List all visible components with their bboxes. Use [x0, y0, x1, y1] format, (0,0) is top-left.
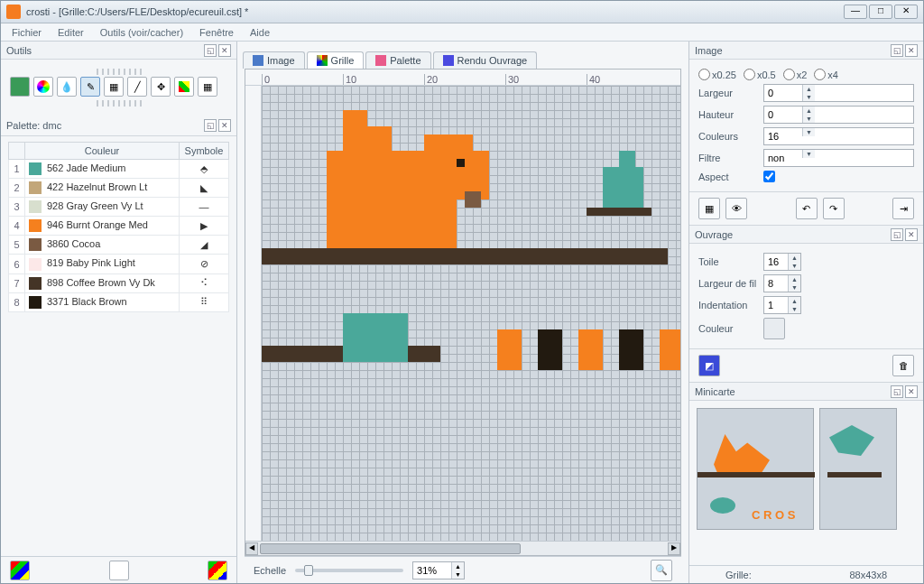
eyedropper-tool[interactable]: 💧 — [57, 77, 77, 97]
float-icon[interactable]: ◱ — [891, 385, 903, 398]
palette-title: Palette: dmc — [6, 120, 61, 131]
outils-title: Outils — [6, 45, 32, 56]
magnifier-icon[interactable]: 🔍 — [651, 560, 672, 581]
aspect-checkbox[interactable] — [763, 171, 775, 182]
status-grille: Grille: — [725, 570, 752, 580]
close-button[interactable]: ✕ — [894, 5, 918, 19]
window-title: crosti - [Grille:C:/Users/FLE/Desktop/ec… — [26, 6, 844, 17]
toile-spinner[interactable]: ▲▼ — [763, 253, 801, 271]
menu-edit[interactable]: Editer — [51, 25, 91, 40]
palette-row[interactable]: 2422 Hazelnut Brown Lt◣ — [9, 179, 229, 198]
width-spinner[interactable]: ▲▼ — [763, 84, 914, 102]
grid-toggle-icon[interactable]: ▦ — [698, 198, 720, 219]
ouvrage-title: Ouvrage — [695, 229, 733, 240]
colors-combo[interactable]: ▼ — [763, 127, 914, 145]
filter-combo[interactable]: ▼ — [763, 149, 914, 167]
close-icon[interactable]: ✕ — [905, 385, 918, 398]
corner-tool-a[interactable] — [10, 561, 30, 580]
pencil-tool[interactable]: ✎ — [80, 77, 100, 97]
color-swatch[interactable] — [763, 318, 785, 339]
select-tool[interactable]: ▦ — [104, 77, 124, 97]
palette-row[interactable]: 4946 Burnt Orange Med▶ — [9, 217, 229, 236]
app-icon — [6, 5, 21, 19]
render-icon — [443, 55, 454, 66]
tab-rendu[interactable]: Rendu Ouvrage — [433, 51, 538, 69]
float-icon[interactable]: ◱ — [891, 44, 903, 57]
minicarte-title: Minicarte — [695, 386, 735, 397]
preview-icon[interactable]: ◩ — [698, 355, 720, 376]
minimize-button[interactable]: — — [844, 5, 867, 19]
height-spinner[interactable]: ▲▼ — [763, 106, 914, 124]
grip-handle — [97, 69, 142, 75]
menu-window[interactable]: Fenêtre — [192, 25, 241, 40]
close-panel-icon[interactable]: ✕ — [218, 119, 231, 132]
palette-row[interactable]: 53860 Cocoa◢ — [9, 236, 229, 255]
undo-icon[interactable]: ↶ — [796, 198, 818, 219]
indent-spinner[interactable]: ▲▼ — [763, 296, 801, 314]
palette-row[interactable]: 1562 Jade Medium⬘ — [9, 160, 229, 179]
redo-icon[interactable]: ↷ — [823, 198, 845, 219]
fill-tool[interactable] — [10, 77, 30, 97]
minimap-alt[interactable] — [819, 408, 897, 530]
status-dims: 88x43x8 — [849, 570, 887, 580]
palette-table: CouleurSymbole 1562 Jade Medium⬘2422 Haz… — [8, 142, 229, 312]
scrollbar-horizontal[interactable]: ◀▶ — [245, 541, 680, 555]
maximize-button[interactable]: □ — [869, 5, 892, 19]
close-panel-icon[interactable]: ✕ — [218, 44, 231, 57]
col-couleur[interactable]: Couleur — [25, 143, 180, 160]
palette-row[interactable]: 83371 Black Brown⠿ — [9, 292, 229, 311]
zoom-slider[interactable] — [295, 569, 403, 572]
palette-row[interactable]: 6819 Baby Pink Light⊘ — [9, 255, 229, 273]
ruler-horizontal: 010203040 — [245, 70, 680, 86]
color-wheel-tool[interactable] — [33, 77, 53, 97]
palette-icon — [375, 55, 386, 66]
delete-icon[interactable]: 🗑 — [892, 355, 914, 376]
thread-spinner[interactable]: ▲▼ — [763, 274, 801, 292]
apply-icon[interactable]: ⇥ — [892, 198, 914, 219]
layers-tool[interactable] — [174, 77, 194, 97]
grid-icon — [317, 55, 328, 66]
minimap-main[interactable]: C R O S — [697, 408, 814, 530]
ruler-vertical — [245, 86, 262, 541]
menu-file[interactable]: Fichier — [5, 25, 49, 40]
float-icon[interactable]: ◱ — [204, 44, 217, 57]
line-tool[interactable]: ╱ — [127, 77, 147, 97]
zoom-radios[interactable]: x0.25 x0.5 x2 x4 — [698, 69, 914, 80]
stitch-grid[interactable] — [262, 86, 680, 541]
zoom-label: Echelle — [254, 565, 286, 576]
float-icon[interactable]: ◱ — [891, 228, 903, 241]
close-icon[interactable]: ✕ — [905, 44, 918, 57]
image-panel-title: Image — [695, 45, 723, 56]
eye-icon[interactable]: 👁 — [725, 198, 747, 219]
close-icon[interactable]: ✕ — [905, 228, 918, 241]
move-tool[interactable]: ✥ — [151, 77, 171, 97]
palette-row[interactable]: 7898 Coffee Brown Vy Dk⠪ — [9, 273, 229, 292]
menu-help[interactable]: Aide — [243, 25, 277, 40]
col-symbole[interactable]: Symbole — [180, 143, 229, 160]
corner-tool-b[interactable] — [109, 561, 129, 580]
float-icon[interactable]: ◱ — [204, 119, 217, 132]
corner-tool-c[interactable] — [208, 561, 227, 580]
grip-handle — [97, 100, 142, 107]
tab-palette[interactable]: Palette — [365, 51, 430, 69]
zoom-spinner[interactable]: ▲▼ — [412, 561, 465, 579]
image-icon — [253, 55, 263, 66]
tab-image[interactable]: Image — [243, 51, 305, 69]
palette-row[interactable]: 3928 Gray Green Vy Lt— — [9, 198, 229, 217]
tab-grille[interactable]: Grille — [307, 51, 365, 69]
grid-tool[interactable]: ▦ — [198, 77, 217, 97]
menu-tools[interactable]: Outils (voir/cacher) — [93, 25, 190, 40]
